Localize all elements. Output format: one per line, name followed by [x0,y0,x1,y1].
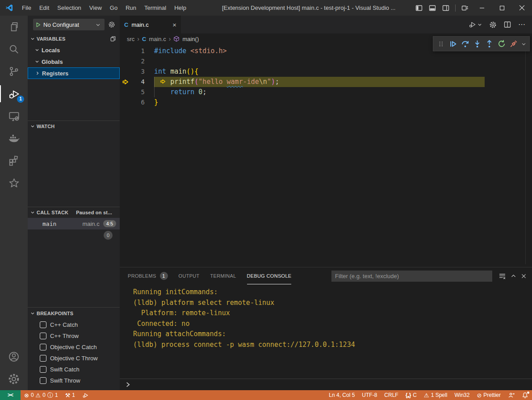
tab-debug-console[interactable]: DEBUG CONSOLE [247,267,292,284]
menu-item-selection[interactable]: Selection [53,0,85,16]
breakpoint-checkbox[interactable] [40,366,46,373]
settings-gear-icon[interactable] [0,368,28,390]
copy-icon[interactable] [110,36,116,42]
code-line-3[interactable]: 3int main(){ [120,67,532,77]
breadcrumb-folder[interactable]: src [127,36,134,42]
extensions-icon[interactable] [0,150,28,172]
breakpoint-checkbox[interactable] [40,333,46,339]
console-filter-input[interactable] [331,271,492,282]
search-icon[interactable] [0,38,28,60]
explorer-icon[interactable] [0,16,28,38]
step-out-icon[interactable] [483,38,495,50]
launch-settings-gear-icon[interactable] [108,21,115,28]
tab-bar: C main.c × ⋯ [120,16,532,33]
watch-header[interactable]: WATCH [28,121,120,132]
notifications-status[interactable] [518,390,532,400]
menu-item-go[interactable]: Go [106,0,121,16]
breakpoint-item[interactable]: Objective C Throw [28,353,120,364]
spell-status[interactable]: ⚠ 1 Spell [420,390,451,400]
toolbar-grip-icon[interactable] [435,38,447,50]
scope-registers[interactable]: Registers [28,67,120,79]
code-line-2[interactable]: 2 [120,56,532,67]
breakpoint-item[interactable]: Swift Catch [28,364,120,375]
tab-terminal[interactable]: TERMINAL [210,267,236,284]
split-editor-icon[interactable] [504,21,511,28]
tab-problems[interactable]: PROBLEMS 1 [128,267,168,284]
restart-icon[interactable] [495,38,507,50]
line-number: 2 [131,56,145,67]
eol-sequence[interactable]: CRLF [381,390,402,400]
breakpoint-checkbox[interactable] [40,377,46,384]
run-or-debug-button[interactable] [469,21,482,29]
breakpoint-checkbox[interactable] [40,321,46,328]
breakpoint-checkbox[interactable] [40,355,46,362]
line-number: 1 [131,46,145,56]
platform-status[interactable]: Win32 [451,390,473,400]
tab-main-c[interactable]: C main.c × [120,16,181,33]
breadcrumb-file[interactable]: main.c [149,36,166,42]
toggle-panel-icon[interactable] [426,0,439,16]
language-mode[interactable]: { } C [402,390,420,400]
cursor-position[interactable]: Ln 4, Col 5 [325,390,358,400]
docker-icon[interactable] [0,127,28,150]
breadcrumb-symbol[interactable]: main() [182,36,199,42]
formatter-status[interactable]: ⊘ Prettier [473,390,504,400]
menu-item-file[interactable]: File [18,0,35,16]
frame-position-badge: 4:5 [103,220,116,227]
account-icon[interactable] [0,346,28,368]
code-editor[interactable]: 1#include <stdio.h>23int main(){4 printf… [120,44,532,267]
tab-output[interactable]: OUTPUT [179,267,200,284]
menu-item-terminal[interactable]: Terminal [140,0,170,16]
maximize-icon[interactable] [492,0,512,16]
code-line-5[interactable]: 5 return 0; [120,87,532,97]
encoding[interactable]: UTF-8 [358,390,381,400]
breakpoint-item[interactable]: Objective C Catch [28,342,120,353]
more-actions-icon[interactable]: ⋯ [518,22,526,27]
breakpoint-item[interactable]: C++ Catch [28,319,120,330]
code-line-6[interactable]: 6} [120,97,532,108]
step-over-icon[interactable] [459,38,471,50]
customize-layout-icon[interactable] [458,0,472,16]
scope-globals[interactable]: Globals [28,56,120,67]
feedback-status[interactable] [504,390,518,400]
close-panel-icon[interactable] [521,273,527,279]
toggle-sidebar-icon[interactable] [412,0,426,16]
debug-config-dropdown[interactable]: No Configurat [33,19,105,30]
minimize-icon[interactable] [472,0,492,16]
remote-indicator[interactable]: >< [0,390,21,400]
remote-explorer-icon[interactable] [0,105,28,127]
debug-console-output[interactable]: Running initCommands:(lldb) platform sel… [120,284,532,379]
code-line-4[interactable]: 4 printf("hello wamr-ide\n"); [120,77,532,87]
menu-item-run[interactable]: Run [121,0,140,16]
star-icon[interactable] [0,172,28,194]
stack-frame-row[interactable]: main main.c 4:5 [28,218,120,229]
menu-item-view[interactable]: View [85,0,106,16]
breakpoint-checkbox[interactable] [40,344,46,350]
step-into-icon[interactable] [471,38,483,50]
close-window-icon[interactable] [512,0,532,16]
maximize-panel-icon[interactable] [511,273,516,279]
breakpoints-header[interactable]: BREAKPOINTS [28,308,120,319]
clear-console-icon[interactable] [498,272,506,280]
editor-scrollbar[interactable] [525,44,526,264]
debug-console-input[interactable] [120,379,532,390]
run-and-debug-icon[interactable]: 1 [0,83,28,105]
toolbar-chevron-icon[interactable] [519,38,528,50]
disconnect-icon[interactable] [507,38,519,50]
breakpoint-item[interactable]: Swift Throw [28,375,120,386]
menu-item-help[interactable]: Help [170,0,190,16]
debug-status[interactable] [79,390,92,400]
scope-locals[interactable]: Locals [28,44,120,56]
glyph-margin [120,46,131,56]
continue-icon[interactable] [447,38,459,50]
editor-settings-gear-icon[interactable] [489,21,497,29]
problems-status[interactable]: ⊗0 ⚠0 ⓘ1 [21,390,62,400]
call-stack-header[interactable]: CALL STACK Paused on st... [28,207,120,218]
menu-item-edit[interactable]: Edit [35,0,53,16]
source-control-icon[interactable] [0,60,28,83]
tab-close-icon[interactable]: × [172,21,176,28]
variables-header[interactable]: VARIABLES [28,33,120,44]
toggle-secondary-sidebar-icon[interactable] [439,0,452,16]
breakpoint-item[interactable]: C++ Throw [28,330,120,342]
tools-status[interactable]: ⚒1 [62,390,79,400]
